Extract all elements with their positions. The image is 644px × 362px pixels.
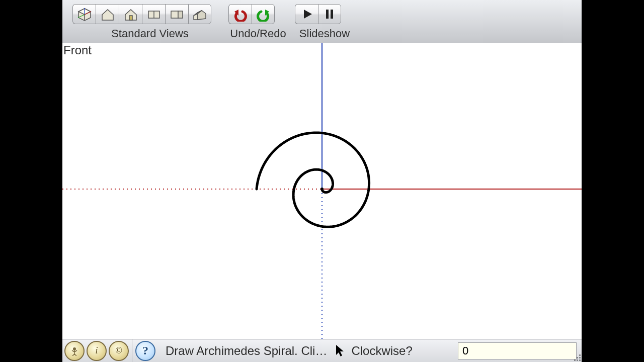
- pause-button[interactable]: [318, 4, 341, 24]
- status-info-icon[interactable]: i: [87, 341, 107, 361]
- status-param-input-wrap: [458, 342, 577, 359]
- top-plane-icon: [145, 7, 163, 22]
- toolbar-group-undoredo: Undo/Redo: [228, 4, 281, 24]
- svg-point-12: [73, 347, 76, 350]
- redo-icon: [254, 7, 272, 22]
- status-bar: i © ? Draw Archimedes Spiral. Cli… Clock…: [62, 339, 582, 362]
- spiral-path: [257, 133, 369, 227]
- play-icon: [298, 7, 316, 22]
- toolbar-group-slideshow-label: Slideshow: [292, 27, 357, 40]
- svg-rect-0: [129, 16, 132, 20]
- resize-grip[interactable]: [572, 352, 581, 361]
- right-plane-icon: [168, 7, 186, 22]
- toolbar-group-undoredo-label: Undo/Redo: [225, 27, 291, 40]
- iso-cube-icon: [75, 7, 94, 22]
- house-iso-icon: [191, 7, 209, 22]
- toolbar-group-views: Standard Views: [72, 4, 213, 24]
- undo-button[interactable]: [228, 4, 252, 24]
- view-iso-button[interactable]: [72, 4, 96, 24]
- svg-rect-4: [178, 11, 183, 18]
- toolbar-group-slideshow: Slideshow: [295, 4, 347, 24]
- view-left-button[interactable]: [188, 4, 211, 24]
- play-button[interactable]: [295, 4, 318, 24]
- status-icons: i ©: [62, 339, 132, 362]
- view-right-button[interactable]: [165, 4, 188, 24]
- pause-icon: [320, 7, 339, 22]
- view-front-button[interactable]: [119, 4, 142, 24]
- canvas-viewport[interactable]: Front: [62, 43, 582, 339]
- status-hint-text: Draw Archimedes Spiral. Cli…: [162, 344, 332, 358]
- status-param-input[interactable]: [458, 342, 577, 359]
- undo-icon: [231, 7, 250, 22]
- cursor-indicator-icon: [332, 344, 347, 358]
- svg-rect-5: [326, 10, 329, 19]
- house-back-icon: [99, 7, 117, 22]
- status-param-label: Clockwise?: [347, 344, 416, 358]
- status-geo-icon[interactable]: [64, 341, 85, 361]
- toolbar-group-views-label: Standard Views: [85, 27, 215, 40]
- canvas-svg: [62, 43, 582, 339]
- status-credits-icon[interactable]: ©: [109, 341, 129, 361]
- app-window: Standard Views Undo/Redo: [62, 0, 582, 362]
- view-top-button[interactable]: [142, 4, 165, 24]
- toolbar: Standard Views Undo/Redo: [62, 0, 582, 44]
- house-front-icon: [122, 7, 140, 22]
- redo-button[interactable]: [252, 4, 275, 24]
- svg-rect-3: [171, 11, 178, 18]
- svg-rect-6: [331, 10, 333, 19]
- help-icon[interactable]: ?: [135, 341, 155, 361]
- view-back-button[interactable]: [96, 4, 119, 24]
